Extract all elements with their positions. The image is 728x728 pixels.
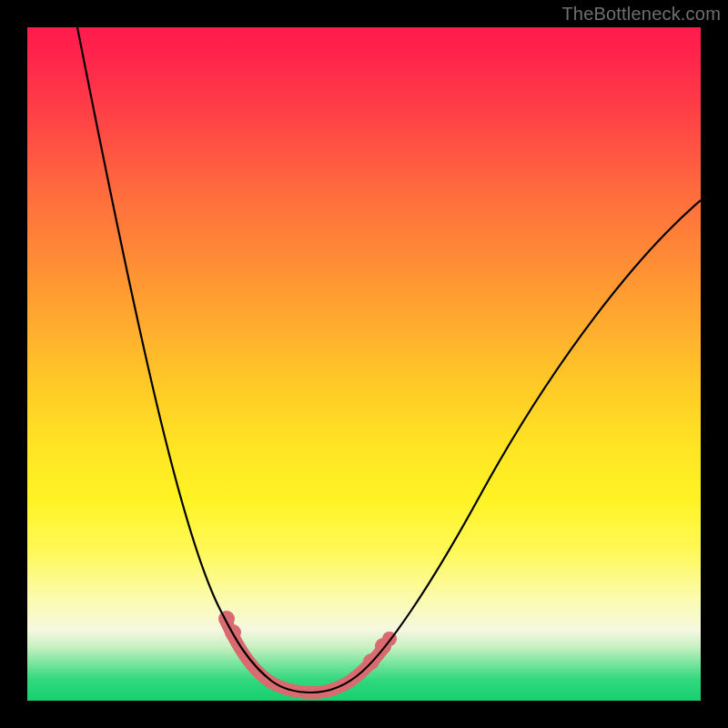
chart-frame: TheBottleneck.com bbox=[0, 0, 728, 728]
curve-layer bbox=[27, 27, 701, 701]
watermark-text: TheBottleneck.com bbox=[561, 4, 721, 25]
plot-area bbox=[27, 27, 701, 701]
accent-segment bbox=[226, 621, 385, 693]
bottleneck-curve bbox=[77, 27, 701, 693]
